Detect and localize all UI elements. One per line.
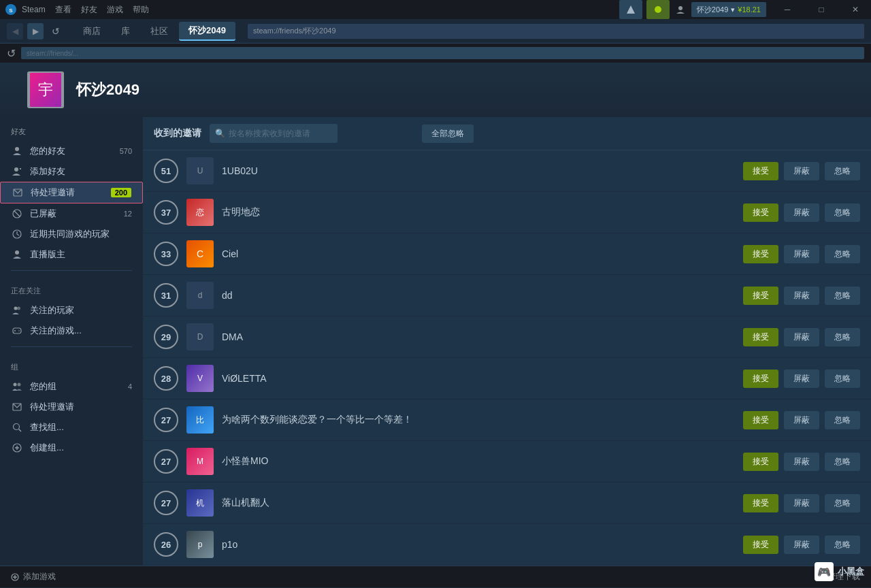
- svg-rect-16: [13, 328, 21, 333]
- menu-games[interactable]: 游戏: [107, 4, 123, 16]
- forward-button[interactable]: ▶: [27, 23, 44, 39]
- block-button[interactable]: 屏蔽: [784, 453, 819, 471]
- search-groups-icon: [11, 421, 23, 434]
- accept-button[interactable]: 接受: [743, 370, 778, 388]
- sidebar-label-pending-invites: 待处理邀请: [31, 186, 104, 199]
- accept-button[interactable]: 接受: [743, 287, 778, 305]
- search-input[interactable]: [210, 124, 338, 143]
- accept-button[interactable]: 接受: [743, 536, 778, 554]
- invite-num: 37: [154, 200, 178, 225]
- invite-avatar: 机: [186, 489, 214, 517]
- accept-button[interactable]: 接受: [743, 162, 778, 180]
- invite-avatar: C: [186, 240, 214, 267]
- svg-point-20: [14, 383, 17, 387]
- steam-logo-icon: S: [4, 3, 18, 16]
- invite-row: 27 机 落山机翻人 接受 屏蔽 忽略: [143, 483, 871, 524]
- svg-point-23: [14, 424, 20, 430]
- sidebar-item-add-friend[interactable]: 添加好友: [0, 161, 143, 182]
- invite-num: 51: [154, 159, 178, 183]
- panel-header: 收到的邀请 🔍 全部忽略: [143, 117, 871, 150]
- ignore-button[interactable]: 忽略: [825, 287, 860, 305]
- tab-community[interactable]: 社区: [141, 22, 178, 40]
- subbar-refresh-icon[interactable]: ↺: [7, 47, 16, 60]
- sidebar-item-recent-players[interactable]: 近期共同游戏的玩家: [0, 224, 143, 244]
- back-button[interactable]: ◀: [7, 23, 23, 39]
- sidebar-label-find-groups: 查找组...: [30, 421, 132, 434]
- refresh-button[interactable]: ↺: [48, 23, 64, 39]
- invite-row: 28 V ViØLETTA 接受 屏蔽 忽略: [143, 358, 871, 399]
- maximize-button[interactable]: □: [806, 0, 837, 19]
- ignore-button[interactable]: 忽略: [825, 370, 860, 388]
- sidebar-item-following-games[interactable]: 关注的游戏...: [0, 321, 143, 341]
- block-button[interactable]: 屏蔽: [784, 494, 819, 512]
- sidebar-label-blocked: 已屏蔽: [30, 208, 117, 220]
- menu-view[interactable]: 查看: [55, 4, 71, 16]
- block-button[interactable]: 屏蔽: [784, 328, 819, 346]
- sidebar-item-group-invites[interactable]: 待处理邀请: [0, 397, 143, 417]
- invite-row: 27 比 为啥两个数列能谈恋爱？一个等比一个等差！ 接受 屏蔽 忽略: [143, 399, 871, 441]
- sidebar-item-following-players[interactable]: 关注的玩家: [0, 300, 143, 321]
- ignore-button[interactable]: 忽略: [825, 245, 860, 263]
- invite-row: 29 D DMA 接受 屏蔽 忽略: [143, 316, 871, 358]
- accept-button[interactable]: 接受: [743, 494, 778, 512]
- block-button[interactable]: 屏蔽: [784, 411, 819, 429]
- titlebar-right: 怀沙2049 ▾ ¥18.21 ─ □ ✕: [619, 0, 871, 19]
- sidebar-item-pending-invites[interactable]: 待处理邀请 200: [0, 182, 143, 203]
- user-profile-btn[interactable]: [674, 0, 687, 19]
- sidebar-divider-2: [11, 346, 132, 347]
- tab-store[interactable]: 商店: [73, 22, 110, 40]
- status-icon-btn[interactable]: [646, 0, 670, 19]
- notification-icon-btn[interactable]: [619, 0, 642, 19]
- ignore-button[interactable]: 忽略: [825, 203, 860, 222]
- menu-friends[interactable]: 好友: [81, 4, 97, 16]
- block-button[interactable]: 屏蔽: [784, 245, 819, 263]
- accept-button[interactable]: 接受: [743, 245, 778, 263]
- accept-button[interactable]: 接受: [743, 328, 778, 346]
- svg-marker-2: [627, 5, 635, 14]
- sidebar-label-my-groups: 您的组: [30, 380, 121, 393]
- ignore-button[interactable]: 忽略: [825, 411, 860, 429]
- block-button[interactable]: 屏蔽: [784, 370, 819, 388]
- accept-button[interactable]: 接受: [743, 411, 778, 429]
- block-button[interactable]: 屏蔽: [784, 536, 819, 554]
- sidebar-label-create-group: 创建组...: [30, 442, 132, 454]
- sidebar-item-find-groups[interactable]: 查找组...: [0, 417, 143, 438]
- sidebar-item-blocked[interactable]: 已屏蔽 12: [0, 203, 143, 224]
- invite-num: 31: [154, 283, 178, 308]
- nav-tabs: 商店 库 社区 怀沙2049: [73, 22, 235, 41]
- accept-button[interactable]: 接受: [743, 203, 778, 222]
- add-game-button[interactable]: 添加游戏: [11, 571, 56, 583]
- create-group-icon: [11, 442, 23, 454]
- sidebar-item-create-group[interactable]: 创建组...: [0, 438, 143, 458]
- username-label: 怀沙2049: [697, 5, 728, 15]
- sidebar-item-my-friends[interactable]: 您的好友 570: [0, 141, 143, 161]
- ignore-button[interactable]: 忽略: [825, 453, 860, 471]
- menu-help[interactable]: 帮助: [133, 4, 149, 16]
- user-area[interactable]: 怀沙2049 ▾ ¥18.21: [691, 2, 766, 17]
- ignore-all-button[interactable]: 全部忽略: [422, 125, 474, 143]
- block-button[interactable]: 屏蔽: [784, 287, 819, 305]
- minimize-button[interactable]: ─: [772, 0, 803, 19]
- tab-library[interactable]: 库: [112, 22, 139, 40]
- svg-text:S: S: [9, 7, 13, 14]
- sidebar-item-my-groups[interactable]: 您的组 4: [0, 376, 143, 397]
- following-players-icon: [11, 304, 23, 316]
- accept-button[interactable]: 接受: [743, 453, 778, 471]
- ignore-button[interactable]: 忽略: [825, 536, 860, 554]
- add-game-label: 添加游戏: [23, 571, 56, 583]
- invite-actions: 接受 屏蔽 忽略: [743, 245, 860, 263]
- invite-row: 37 恋 古明地恋 接受 屏蔽 忽略: [143, 192, 871, 233]
- menu-steam[interactable]: Steam: [22, 5, 46, 14]
- ignore-button[interactable]: 忽略: [825, 162, 860, 180]
- sidebar-item-streamers[interactable]: 直播版主: [0, 244, 143, 265]
- svg-point-21: [18, 383, 21, 387]
- block-button[interactable]: 屏蔽: [784, 203, 819, 222]
- block-button[interactable]: 屏蔽: [784, 162, 819, 180]
- main-panel: 收到的邀请 🔍 全部忽略 51 U 1UB02U 接受 屏蔽 忽略 37 恋 古…: [143, 117, 871, 566]
- invite-name: 落山机翻人: [222, 497, 735, 509]
- ignore-button[interactable]: 忽略: [825, 328, 860, 346]
- close-button[interactable]: ✕: [840, 0, 871, 19]
- ignore-button[interactable]: 忽略: [825, 494, 860, 512]
- tab-profile[interactable]: 怀沙2049: [179, 22, 235, 41]
- sidebar-label-add-friend: 添加好友: [30, 165, 132, 178]
